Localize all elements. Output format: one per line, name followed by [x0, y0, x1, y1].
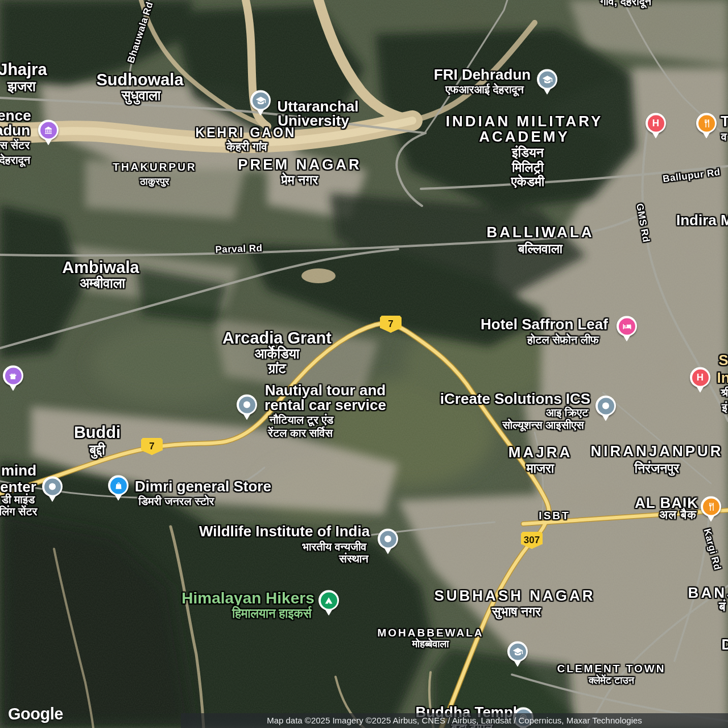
restaurant-icon	[696, 113, 717, 134]
place-label-sudhowala-line0[interactable]: Sudhowala	[96, 71, 183, 89]
place-label-subhash-nagar-line1: सुभाष नगर	[492, 604, 541, 619]
place-label-prem-nagar-line0: PREM NAGAR	[238, 156, 362, 173]
place-label-himalayan-hikers-line0[interactable]: Himalayan Hikers	[181, 589, 314, 607]
pin-tail	[514, 661, 522, 667]
pin-tail	[384, 548, 392, 555]
temple-pin-buddi[interactable]	[3, 366, 23, 391]
place-label-dimri-general-store-line0[interactable]: Dimri general Store	[135, 478, 271, 495]
hospital-icon: H	[646, 113, 666, 134]
place-label-hotel-saffron-leaf-line0[interactable]: Hotel Saffron Leaf	[481, 316, 608, 333]
place-label-indian-military-academy-line3: मिलिट्री	[512, 160, 544, 175]
museum-pin-science-centre[interactable]	[38, 120, 59, 146]
hospital-pin-niranjanpur[interactable]: H	[690, 367, 710, 393]
place-label-indian-military-academy-line2: इंडियन	[512, 145, 544, 160]
place-label-wildlife-institute-line1[interactable]: भारतीय वन्यजीव	[303, 540, 367, 553]
place-label-kehri-gaon-line1: केहरी गांव	[226, 140, 267, 154]
place-label-top-edge-clipped: गांव, देहरादून	[600, 0, 651, 8]
pin-tail	[708, 516, 715, 522]
dot-icon	[42, 477, 63, 497]
pin-tail	[544, 89, 551, 95]
hotel-pin-saffron-leaf[interactable]	[617, 316, 637, 342]
tent-pin-himalayan-hikers[interactable]	[318, 590, 339, 616]
place-label-balliwala-line0: BALLIWALA	[486, 224, 594, 241]
pin-tail	[652, 133, 660, 139]
place-label-icreate-solutions-line2[interactable]: सोल्यूशन्स आइसीएस	[503, 419, 584, 432]
place-label-jhajra-line0[interactable]: Jhajra	[0, 60, 47, 79]
place-label-banjarawala-clipped-line1: बं	[719, 599, 725, 614]
poi-pin-icreate[interactable]	[595, 396, 616, 421]
pin-tail	[623, 336, 631, 342]
place-label-icreate-solutions-line1[interactable]: आइ क्रिएट	[546, 406, 589, 419]
place-label-uttaranchal-university-line1[interactable]: University	[278, 112, 349, 130]
education-icon	[507, 642, 528, 662]
road-label-parval-rd: Parval Rd	[215, 243, 263, 256]
shopping-pin-dimri[interactable]	[108, 475, 129, 501]
place-label-arcadia-grant-line2[interactable]: ग्रांट	[268, 361, 286, 377]
dot-icon	[378, 529, 398, 549]
pin-tail	[602, 415, 610, 421]
education-pin-clement-town[interactable]	[507, 642, 528, 667]
place-label-indian-military-academy-line4: एकेडमी	[511, 174, 544, 189]
place-label-balliwala-line1: बल्लिवाला	[518, 241, 562, 257]
education-pin-fri[interactable]	[537, 69, 557, 95]
place-label-mind-center-clipped-line0: mind	[1, 462, 36, 479]
education-icon	[537, 69, 557, 90]
place-label-clement-town-line0: CLEMENT TOWN	[557, 663, 666, 675]
poi-pin-mind-center[interactable]	[42, 477, 63, 502]
place-label-arcadia-grant-line1[interactable]: आर्केडिया	[255, 346, 300, 362]
place-label-jhajra-line1[interactable]: झजरा	[7, 78, 35, 94]
place-label-ambiwala-line1[interactable]: अम्बीवाला	[80, 275, 125, 291]
place-label-icreate-solutions-line0[interactable]: iCreate Solutions ICS	[440, 390, 590, 408]
pin-tail	[257, 110, 264, 116]
place-label-wildlife-institute-line2[interactable]: संस्थान	[339, 552, 368, 565]
dot-icon	[595, 396, 616, 416]
place-label-wildlife-institute-line0[interactable]: Wildlife Institute of India	[199, 523, 370, 540]
pin-tail	[10, 385, 17, 391]
place-label-restaurant-top-clipped-line0: T	[721, 113, 728, 130]
place-label-buddi-line1[interactable]: बुद्दी	[89, 442, 105, 458]
dot-icon	[237, 395, 257, 415]
place-label-dimri-general-store-line1[interactable]: डिमरी जनरल स्टोर	[139, 495, 214, 508]
education-pin-uttaranchal[interactable]	[250, 90, 271, 116]
place-label-d-clipped: D	[722, 636, 728, 653]
place-label-sudhowala-line1[interactable]: सुधुवाला	[122, 88, 161, 104]
satellite-map-canvas[interactable]: Google Map data ©2025 Imagery ©2025 Airb…	[0, 0, 728, 728]
place-label-nautiyal-tour-line2[interactable]: नौटियाल टूर एंड	[270, 413, 334, 427]
restaurant-pin-al-baik[interactable]	[701, 497, 721, 522]
place-label-ambiwala-line0[interactable]: Ambiwala	[62, 258, 139, 277]
place-label-nautiyal-tour-line1[interactable]: rental car service	[264, 396, 386, 414]
place-label-majra-line1: माजरा	[527, 461, 554, 476]
place-label-buddi-line0[interactable]: Buddi	[74, 423, 121, 442]
place-label-science-centre-clipped-line1: adun	[0, 122, 30, 139]
place-label-arcadia-grant-line0[interactable]: Arcadia Grant	[222, 329, 332, 348]
poi-pin-nautiyal[interactable]	[237, 395, 257, 420]
education-icon	[250, 90, 271, 111]
pin-tail	[697, 387, 704, 393]
hospital-icon: H	[690, 367, 710, 388]
place-label-hotel-saffron-leaf-line1[interactable]: होटल सेफ्रोन लीफ	[527, 333, 599, 346]
place-label-shri-hospital-clipped-line1: In	[717, 369, 728, 387]
satellite-imagery	[0, 0, 728, 728]
place-label-niranjanpur-line1: निरंजनपुर	[635, 461, 680, 476]
poi-pin-wildlife[interactable]	[378, 529, 398, 555]
place-label-himalayan-hikers-line1[interactable]: हिमालयान हाइकर्स	[232, 606, 311, 621]
shopping-icon	[108, 475, 129, 496]
place-label-niranjanpur-line0: NIRANJANPUR	[590, 442, 723, 460]
place-label-fri-dehradun-line1[interactable]: एफआरआई देहरादून	[445, 83, 524, 96]
hospital-pin-ballupur[interactable]: H	[646, 113, 666, 139]
place-label-shri-hospital-clipped-line3: इं	[722, 401, 727, 414]
restaurant-pin-top-right[interactable]	[696, 113, 717, 139]
place-label-clement-town-line1: क्लेमेंट टाउन	[589, 675, 634, 686]
hotel-icon	[617, 316, 637, 337]
museum-icon	[38, 120, 59, 140]
place-label-mind-center-clipped-line2: डी माइंड	[2, 493, 35, 506]
pin-tail	[115, 495, 122, 501]
place-label-nautiyal-tour-line3[interactable]: रेंटल कार सर्विस	[268, 427, 333, 440]
place-label-shri-hospital-clipped-line2: श्री	[721, 386, 728, 399]
place-label-isbt: ISBT	[539, 510, 570, 522]
place-label-al-baik-line1[interactable]: अल बैक	[659, 508, 697, 522]
place-label-thakurpur-line1: ठाकुरपुर	[140, 176, 169, 188]
google-logo[interactable]: Google	[8, 705, 63, 723]
place-label-science-centre-clipped-line2: स सेंटर	[0, 139, 30, 152]
place-label-fri-dehradun-line0[interactable]: FRI Dehradun	[434, 66, 531, 84]
